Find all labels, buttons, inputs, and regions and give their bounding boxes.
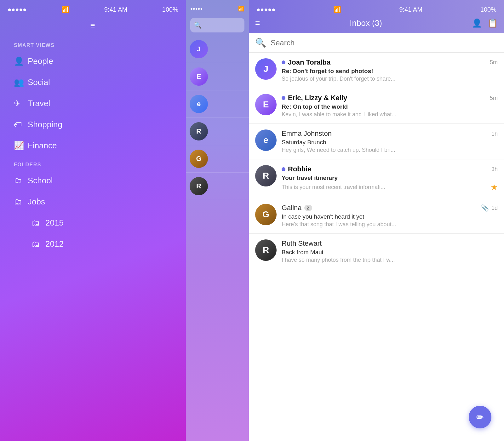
- left-wifi-icon: 📶: [61, 6, 69, 13]
- list-view-icon[interactable]: 📋: [488, 18, 498, 28]
- email-time-galina: 1d: [491, 205, 498, 211]
- email-subject-galina: In case you haven't heard it yet: [282, 213, 498, 220]
- right-nav-icons: 👤 📋: [472, 18, 498, 28]
- unread-dot-robbie: [282, 167, 285, 171]
- sidebar-item-label-2012: 2012: [45, 239, 64, 249]
- search-bar[interactable]: 🔍: [249, 33, 504, 53]
- email-sender-ruth: Ruth Stewart: [282, 239, 322, 248]
- unread-dot-joan: [282, 60, 285, 64]
- avatar-ruth: R: [255, 239, 277, 261]
- right-panel: ●●●●● 📶 9:41 AM 100% ≡ Inbox (3) 👤 📋 🔍 J: [249, 0, 504, 441]
- attachment-icon-galina: 📎: [481, 204, 489, 212]
- email-item-galina[interactable]: G Galina 2 📎 1d In case you haven't hear…: [249, 198, 504, 234]
- email-preview-emma: Hey girls, We need to catch up. Should I…: [282, 147, 498, 153]
- email-content-robbie: Robbie 3h Your travel itinerary This is …: [282, 165, 498, 192]
- email-subject-joan: Re: Don't forget to send photos!: [282, 68, 498, 75]
- sidebar-item-2015[interactable]: 🗂 2015: [0, 212, 186, 233]
- email-time-emma: 1h: [491, 131, 498, 137]
- shopping-icon: 🏷: [14, 120, 28, 129]
- sidebar-item-label-jobs: Jobs: [28, 197, 45, 207]
- email-subject-ruth: Back from Maui: [282, 249, 498, 256]
- email-sender-galina: Galina: [282, 204, 302, 212]
- email-list: J Joan Toralba 5m Re: Don't forget to se…: [249, 53, 504, 441]
- email-sender-joan: Joan Toralba: [288, 58, 330, 66]
- email-item-emma[interactable]: e Emma Johnston 1h Saturday Brunch Hey g…: [249, 124, 504, 159]
- avatar-eric: E: [255, 94, 277, 115]
- compose-button[interactable]: ✏: [469, 406, 491, 428]
- left-status-bar: ●●●●● 📶 9:41 AM 100%: [0, 0, 186, 16]
- right-signal-dots: ●●●●●: [256, 6, 275, 13]
- left-time: 9:41 AM: [104, 6, 127, 13]
- email-item-joan[interactable]: J Joan Toralba 5m Re: Don't forget to se…: [249, 53, 504, 88]
- middle-avatar-galina: G: [190, 150, 208, 168]
- finance-icon: 📈: [14, 141, 28, 151]
- middle-avatar-robbie: R: [190, 122, 208, 140]
- email-sender-emma: Emma Johnston: [282, 129, 332, 138]
- sidebar-item-label-finance: Finance: [28, 141, 57, 151]
- right-time: 9:41 AM: [399, 6, 422, 13]
- sidebar-item-shopping[interactable]: 🏷 Shopping: [0, 114, 186, 135]
- right-wifi-icon: 📶: [333, 6, 341, 13]
- email-content-eric: Eric, Lizzy & Kelly 5m Re: On top of the…: [282, 94, 498, 118]
- sidebar-item-jobs[interactable]: 🗂 Jobs: [0, 191, 186, 212]
- email-item-robbie[interactable]: R Robbie 3h Your travel itinerary This i…: [249, 159, 504, 198]
- email-time-joan: 5m: [490, 59, 498, 66]
- email-subject-emma: Saturday Brunch: [282, 139, 498, 146]
- sidebar-item-school[interactable]: 🗂 School: [0, 170, 186, 191]
- folder-jobs-icon: 🗂: [14, 197, 28, 207]
- sidebar-item-2012[interactable]: 🗂 2012: [0, 233, 186, 255]
- sidebar-item-travel[interactable]: ✈ Travel: [0, 93, 186, 114]
- email-preview-galina: Here's that song that I was telling you …: [282, 221, 498, 228]
- middle-search-box[interactable]: 🔍: [190, 18, 244, 32]
- search-input[interactable]: [271, 38, 498, 47]
- email-subject-eric: Re: On top of the world: [282, 103, 498, 110]
- email-sender-eric: Eric, Lizzy & Kelly: [288, 94, 347, 102]
- left-hamburger-button[interactable]: ≡: [0, 16, 186, 37]
- email-preview-joan: So jealous of your trip. Don't forget to…: [282, 76, 498, 82]
- travel-icon: ✈: [14, 99, 28, 108]
- middle-avatar-eric: E: [190, 67, 208, 86]
- email-item-eric[interactable]: E Eric, Lizzy & Kelly 5m Re: On top of t…: [249, 88, 504, 124]
- right-status-bar: ●●●●● 📶 9:41 AM 100%: [249, 0, 504, 16]
- sidebar-item-label-people: People: [28, 56, 53, 66]
- folders-label: FOLDERS: [0, 156, 186, 170]
- sidebar-item-label-2015: 2015: [45, 218, 64, 228]
- middle-avatar-ruth: R: [190, 177, 208, 195]
- middle-status-bar: ●●●●● 📶: [186, 0, 249, 15]
- person-icon: 👤: [14, 56, 28, 66]
- email-content-emma: Emma Johnston 1h Saturday Brunch Hey gir…: [282, 129, 498, 153]
- smart-views-label: SMART VIEWS: [0, 37, 186, 51]
- avatar-emma: e: [255, 129, 277, 151]
- folder-2015-icon: 🗂: [32, 218, 45, 228]
- middle-avatar-emma: e: [190, 95, 208, 113]
- middle-avatar-joan: J: [190, 40, 208, 58]
- sidebar-item-people[interactable]: 👤 People: [0, 51, 186, 72]
- email-content-galina: Galina 2 📎 1d In case you haven't heard …: [282, 204, 498, 228]
- email-preview-ruth: I have so many photos from the trip that…: [282, 257, 498, 263]
- unread-dot-eric: [282, 96, 285, 100]
- email-item-ruth[interactable]: R Ruth Stewart Back from Maui I have so …: [249, 234, 504, 269]
- compose-icon: ✏: [476, 412, 484, 423]
- sidebar-item-label-shopping: Shopping: [28, 120, 62, 129]
- email-subject-robbie: Your travel itinerary: [282, 175, 498, 181]
- email-preview-robbie: This is your most recent travel informat…: [282, 184, 490, 191]
- hamburger-icon: ≡: [90, 21, 95, 30]
- star-icon-robbie: ★: [490, 182, 498, 192]
- sidebar-item-social[interactable]: 👥 Social: [0, 72, 186, 93]
- left-panel: ●●●●● 📶 9:41 AM 100% ≡ SMART VIEWS 👤 Peo…: [0, 0, 186, 441]
- folder-2012-icon: 🗂: [32, 239, 45, 249]
- social-icon: 👥: [14, 77, 28, 87]
- sidebar-item-finance[interactable]: 📈 Finance: [0, 135, 186, 156]
- profile-icon[interactable]: 👤: [472, 18, 482, 28]
- email-time-eric: 5m: [490, 95, 498, 101]
- email-content-ruth: Ruth Stewart Back from Maui I have so ma…: [282, 239, 498, 263]
- email-preview-eric: Kevin, I was able to make it and I liked…: [282, 111, 498, 118]
- right-menu-button[interactable]: ≡: [255, 18, 260, 28]
- avatar-galina: G: [255, 204, 277, 225]
- avatar-robbie: R: [255, 165, 277, 186]
- right-header: ●●●●● 📶 9:41 AM 100% ≡ Inbox (3) 👤 📋: [249, 0, 504, 33]
- middle-search-icon: 🔍: [194, 21, 202, 29]
- email-time-robbie: 3h: [491, 166, 498, 173]
- right-nav-bar: ≡ Inbox (3) 👤 📋: [249, 16, 504, 33]
- folder-school-icon: 🗂: [14, 176, 28, 186]
